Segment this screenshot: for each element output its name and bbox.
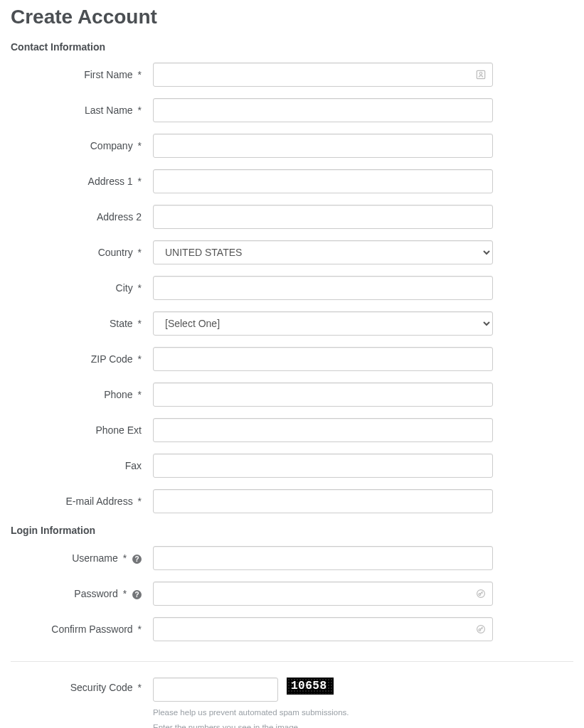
row-state: State * [Select One] bbox=[11, 311, 573, 336]
row-address2: Address 2 bbox=[11, 205, 573, 229]
company-input[interactable] bbox=[153, 134, 493, 158]
first-name-label: First Name bbox=[84, 69, 132, 80]
company-label: Company bbox=[90, 140, 133, 151]
row-username: Username * ? bbox=[11, 546, 573, 570]
row-fax: Fax bbox=[11, 454, 573, 478]
address2-label: Address 2 bbox=[97, 211, 142, 223]
required-mark: * bbox=[138, 318, 142, 329]
required-mark: * bbox=[138, 69, 142, 80]
row-first-name: First Name * bbox=[11, 63, 573, 87]
row-confirm-password: Confirm Password * bbox=[11, 617, 573, 641]
row-last-name: Last Name * bbox=[11, 98, 573, 122]
phone-ext-input[interactable] bbox=[153, 418, 493, 442]
zip-label: ZIP Code bbox=[91, 353, 133, 365]
required-mark: * bbox=[138, 247, 142, 258]
city-label: City bbox=[116, 282, 133, 294]
email-label: E-mail Address bbox=[66, 496, 133, 507]
required-mark: * bbox=[138, 140, 142, 151]
password-input[interactable] bbox=[153, 582, 493, 606]
required-mark: * bbox=[138, 389, 142, 400]
fax-label: Fax bbox=[125, 460, 142, 471]
row-password: Password * ? bbox=[11, 582, 573, 606]
page-title: Create Account bbox=[11, 6, 573, 28]
required-mark: * bbox=[138, 682, 142, 693]
required-mark: * bbox=[138, 282, 142, 294]
country-label: Country bbox=[98, 247, 133, 258]
required-mark: * bbox=[138, 176, 142, 187]
captcha-hint-2: Enter the numbers you see in the image. bbox=[153, 721, 493, 728]
username-label: Username bbox=[72, 552, 118, 564]
first-name-input[interactable] bbox=[153, 63, 493, 87]
zip-input[interactable] bbox=[153, 347, 493, 371]
password-help-icon[interactable]: ? bbox=[132, 590, 142, 599]
fax-input[interactable] bbox=[153, 454, 493, 478]
row-city: City * bbox=[11, 276, 573, 300]
row-email: E-mail Address * bbox=[11, 489, 573, 513]
phone-label: Phone bbox=[104, 389, 132, 400]
row-address1: Address 1 * bbox=[11, 169, 573, 193]
row-security-code: Security Code * 10658 Please help us pre… bbox=[11, 678, 573, 728]
email-input[interactable] bbox=[153, 489, 493, 513]
login-info-heading: Login Information bbox=[11, 525, 573, 536]
row-zip: ZIP Code * bbox=[11, 347, 573, 371]
required-mark: * bbox=[138, 353, 142, 365]
security-code-input[interactable] bbox=[153, 678, 278, 702]
form-divider bbox=[11, 661, 573, 662]
row-country: Country * UNITED STATES bbox=[11, 240, 573, 264]
last-name-label: Last Name bbox=[85, 105, 133, 116]
required-mark: * bbox=[123, 588, 127, 599]
state-select[interactable]: [Select One] bbox=[153, 311, 493, 336]
country-select[interactable]: UNITED STATES bbox=[153, 240, 493, 264]
required-mark: * bbox=[123, 552, 127, 564]
captcha-hint-1: Please help us prevent automated spam su… bbox=[153, 706, 493, 719]
security-code-label: Security Code bbox=[70, 682, 133, 693]
last-name-input[interactable] bbox=[153, 98, 493, 122]
username-help-icon[interactable]: ? bbox=[132, 555, 142, 564]
username-input[interactable] bbox=[153, 546, 493, 570]
phone-ext-label: Phone Ext bbox=[95, 424, 142, 436]
row-phone: Phone * bbox=[11, 382, 573, 407]
required-mark: * bbox=[138, 496, 142, 507]
confirm-password-label: Confirm Password bbox=[51, 623, 132, 635]
row-phone-ext: Phone Ext bbox=[11, 418, 573, 442]
required-mark: * bbox=[138, 623, 142, 635]
required-mark: * bbox=[138, 105, 142, 116]
phone-input[interactable] bbox=[153, 382, 493, 407]
contact-info-heading: Contact Information bbox=[11, 41, 573, 53]
password-label: Password bbox=[74, 588, 117, 599]
state-label: State bbox=[110, 318, 133, 329]
city-input[interactable] bbox=[153, 276, 493, 300]
captcha-image: 10658 bbox=[287, 678, 334, 695]
confirm-password-input[interactable] bbox=[153, 617, 493, 641]
row-company: Company * bbox=[11, 134, 573, 158]
address1-label: Address 1 bbox=[88, 176, 133, 187]
address2-input[interactable] bbox=[153, 205, 493, 229]
address1-input[interactable] bbox=[153, 169, 493, 193]
